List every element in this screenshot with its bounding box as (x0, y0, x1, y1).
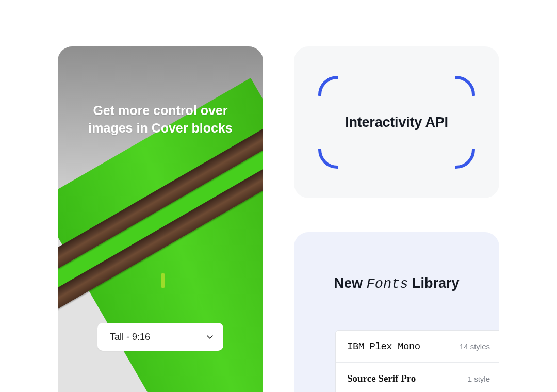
focus-corner-icon (455, 75, 476, 96)
fonts-title-prefix: New (334, 275, 366, 291)
font-name: IBM Plex Mono (347, 341, 420, 352)
focus-corner-icon (318, 149, 338, 169)
fonts-library-card: New Fonts Library IBM Plex Mono 14 style… (294, 232, 499, 392)
font-list-item[interactable]: Source Serif Pro 1 style (336, 363, 499, 392)
cover-title-line2: images in Cover blocks (88, 121, 232, 135)
fonts-title-italic: Fonts (366, 276, 408, 292)
aspect-ratio-value: Tall - 9:16 (110, 332, 150, 342)
cover-title-line1: Get more control over (93, 103, 227, 118)
interactivity-api-title: Interactivity API (294, 115, 499, 130)
font-list: IBM Plex Mono 14 styles Source Serif Pro… (335, 330, 499, 392)
aspect-ratio-select[interactable]: Tall - 9:16 (97, 323, 223, 351)
font-name: Source Serif Pro (347, 373, 416, 384)
focus-corner-icon (318, 75, 338, 96)
font-styles: 1 style (468, 374, 490, 383)
cover-title: Get more control over images in Cover bl… (58, 102, 263, 137)
font-styles: 14 styles (460, 342, 490, 351)
focus-corner-icon (455, 149, 476, 169)
fonts-title-suffix: Library (408, 275, 460, 291)
cover-block-card: Get more control over images in Cover bl… (58, 46, 263, 392)
font-list-item[interactable]: IBM Plex Mono 14 styles (336, 331, 499, 363)
interactivity-api-card: Interactivity API (294, 46, 499, 198)
fonts-library-title: New Fonts Library (294, 275, 499, 292)
chevron-down-icon (206, 333, 214, 341)
cover-small-tag (161, 273, 165, 288)
